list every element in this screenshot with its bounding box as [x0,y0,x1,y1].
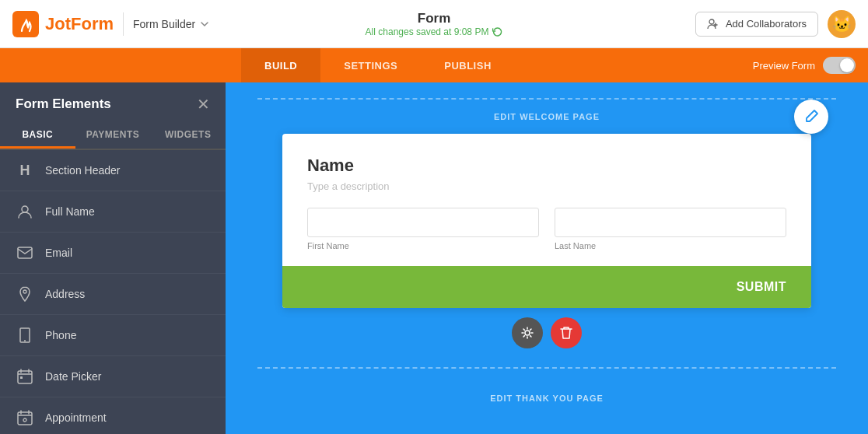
add-collaborators-button[interactable]: Add Collaborators [695,12,818,37]
sidebar-items: H Section Header Full Name Email Add [0,150,226,434]
address-icon [16,285,34,303]
edit-pencil-button[interactable] [794,100,828,134]
last-name-input[interactable] [555,208,786,237]
sidebar-item-address[interactable]: Address [0,274,226,315]
avatar[interactable]: 🐱 [828,10,856,38]
preview-form-area: Preview Form [753,57,868,74]
sidebar-title: Form Elements [16,96,111,112]
preview-form-label: Preview Form [753,60,815,72]
preview-toggle[interactable] [823,57,856,74]
full-name-label: Full Name [45,205,95,218]
header-right: Add Collaborators 🐱 [695,10,856,38]
form-title: Form [366,11,503,26]
appointment-label: Appointment [45,411,107,424]
thankyou-dashed-line [257,367,835,369]
first-name-label: First Name [307,241,539,250]
form-fields-row: First Name Last Name [307,208,786,250]
submit-button[interactable]: SUBMIT [737,280,786,294]
sidebar-item-full-name[interactable]: Full Name [0,191,226,233]
sidebar-header: Form Elements ✕ [0,82,226,123]
logo-text: JotForm [45,14,114,34]
form-card-footer: SUBMIT [282,266,811,308]
header-divider [123,12,124,36]
section-header-icon: H [16,161,34,180]
svg-point-4 [23,290,26,293]
form-builder-button[interactable]: Form Builder [133,18,209,30]
appointment-icon [16,408,34,427]
edit-welcome-label[interactable]: EDIT WELCOME PAGE [494,112,600,121]
svg-point-10 [525,331,530,335]
sidebar-tab-basic[interactable]: BASIC [0,123,75,149]
gear-icon [521,327,534,339]
svg-point-1 [709,19,714,24]
sidebar-item-date-picker[interactable]: Date Picker [0,356,226,397]
first-name-input[interactable] [307,208,539,237]
collaborators-icon [707,18,719,30]
form-canvas: EDIT WELCOME PAGE Name Type a descriptio… [226,82,868,434]
tab-publish[interactable]: PUBLISH [421,48,515,82]
form-card: Name Type a description First Name Last … [282,134,811,308]
first-name-field: First Name [307,208,539,250]
form-description: Type a description [307,180,786,192]
saved-text: All changes saved at 9:08 PM [366,26,489,37]
sidebar-item-appointment[interactable]: Appointment [0,397,226,434]
form-builder-label: Form Builder [133,18,195,30]
add-collaborators-label: Add Collaborators [726,18,807,30]
form-card-body: Name Type a description First Name Last … [282,134,811,266]
edit-thankyou-label[interactable]: EDIT THANK YOU PAGE [490,394,604,403]
last-name-field: Last Name [555,208,786,250]
delete-action-button[interactable] [551,317,582,348]
phone-label: Phone [45,329,76,341]
welcome-dashed-line [257,98,835,100]
sidebar-item-section-header[interactable]: H Section Header [0,150,226,191]
main-content: Form Elements ✕ BASIC PAYMENTS WIDGETS H… [0,82,868,434]
svg-rect-6 [18,371,32,383]
date-picker-icon [16,367,34,386]
close-sidebar-button[interactable]: ✕ [197,96,210,112]
sidebar-item-phone[interactable]: Phone [0,315,226,356]
svg-rect-7 [20,376,23,379]
full-name-icon [16,202,34,221]
tab-build[interactable]: BUILD [241,48,320,82]
email-icon [16,243,34,262]
sidebar-tabs: BASIC PAYMENTS WIDGETS [0,123,226,150]
svg-rect-3 [18,247,32,258]
form-name-title: Name [307,156,786,176]
section-header-label: Section Header [45,164,121,177]
sidebar: Form Elements ✕ BASIC PAYMENTS WIDGETS H… [0,82,226,434]
pencil-icon [803,109,819,124]
sidebar-tab-payments[interactable]: PAYMENTS [75,123,151,149]
saved-status: All changes saved at 9:08 PM [366,26,503,37]
sidebar-item-email[interactable]: Email [0,233,226,274]
top-header: JotForm Form Builder Form All changes sa… [0,0,868,48]
logo-area: JotForm [12,11,114,37]
header-center: Form All changes saved at 9:08 PM [366,11,503,37]
email-label: Email [45,247,72,259]
address-label: Address [45,288,85,300]
phone-icon [16,326,34,345]
toggle-knob [840,58,854,72]
svg-point-2 [22,206,28,212]
nav-tabs: BUILD SETTINGS PUBLISH Preview Form [0,48,868,82]
form-actions [512,317,582,348]
trash-icon [560,326,572,340]
svg-rect-0 [12,11,39,37]
svg-point-9 [23,418,26,422]
sidebar-tab-widgets[interactable]: WIDGETS [150,123,226,149]
last-name-label: Last Name [555,241,786,250]
jotform-logo-icon [12,11,39,37]
date-picker-label: Date Picker [45,370,101,383]
svg-point-5 [24,340,26,341]
refresh-icon [492,26,502,37]
tab-settings[interactable]: SETTINGS [320,48,421,82]
settings-action-button[interactable] [512,317,543,348]
chevron-down-icon [200,19,209,29]
